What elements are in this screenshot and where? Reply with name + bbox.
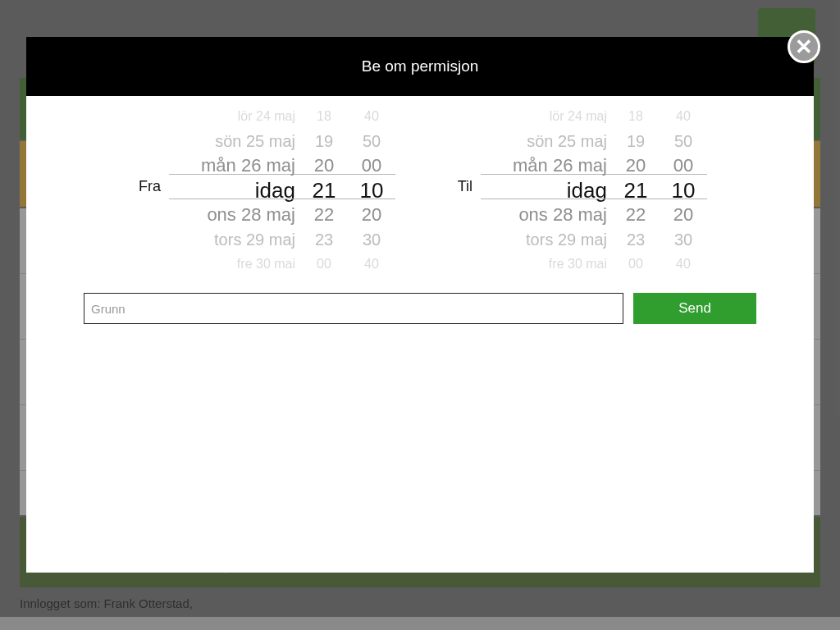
modal-body: Fra lör 24 maj sön 25 maj mån 26 maj ida… xyxy=(26,96,814,573)
date-option[interactable]: tors 29 maj xyxy=(209,227,300,252)
hour-option[interactable]: 22 xyxy=(621,203,651,227)
from-picker: Fra lör 24 maj sön 25 maj mån 26 maj ida… xyxy=(133,104,395,268)
minute-option[interactable]: 00 xyxy=(357,153,386,178)
from-minute-wheel[interactable]: 40 50 00 10 20 30 40 xyxy=(348,104,395,268)
minute-option[interactable]: 50 xyxy=(358,129,386,153)
hour-option-selected[interactable]: 21 xyxy=(308,178,341,203)
to-wheelset[interactable]: lör 24 maj sön 25 maj mån 26 maj idag on… xyxy=(481,104,707,268)
hour-option-selected[interactable]: 21 xyxy=(619,178,653,203)
date-option[interactable]: sön 25 maj xyxy=(522,129,612,153)
minute-option[interactable]: 40 xyxy=(359,104,384,129)
hour-option[interactable]: 18 xyxy=(623,104,648,129)
minute-option[interactable]: 40 xyxy=(359,252,384,268)
hour-option[interactable]: 20 xyxy=(621,153,651,178)
minute-option[interactable]: 40 xyxy=(671,252,696,268)
close-icon: ✕ xyxy=(795,34,813,60)
from-date-wheel[interactable]: lör 24 maj sön 25 maj mån 26 maj idag on… xyxy=(169,104,300,268)
date-option[interactable]: mån 26 maj xyxy=(508,153,612,178)
minute-option-selected[interactable]: 10 xyxy=(355,178,389,203)
date-option[interactable]: sön 25 maj xyxy=(210,129,300,153)
date-option-selected[interactable]: idag xyxy=(562,178,612,203)
hour-option[interactable]: 22 xyxy=(309,203,339,227)
date-option[interactable]: fre 30 maj xyxy=(544,252,612,268)
permission-request-modal: ✕ Be om permisjon Fra lör 24 maj sön 25 … xyxy=(26,37,814,573)
to-minute-wheel[interactable]: 40 50 00 10 20 30 40 xyxy=(660,104,707,268)
reason-row: Send xyxy=(59,293,781,324)
from-label: Fra xyxy=(133,178,161,195)
from-wheelset[interactable]: lör 24 maj sön 25 maj mån 26 maj idag on… xyxy=(169,104,395,268)
to-date-wheel[interactable]: lör 24 maj sön 25 maj mån 26 maj idag on… xyxy=(481,104,612,268)
minute-option[interactable]: 00 xyxy=(669,153,698,178)
send-button[interactable]: Send xyxy=(633,293,756,324)
minute-option[interactable]: 30 xyxy=(669,227,697,252)
to-hour-wheel[interactable]: 18 19 20 21 22 23 00 xyxy=(612,104,660,268)
modal-title: Be om permisjon xyxy=(26,37,814,96)
from-hour-wheel[interactable]: 18 19 20 21 22 23 00 xyxy=(300,104,348,268)
hour-option[interactable]: 19 xyxy=(310,129,338,153)
minute-option[interactable]: 20 xyxy=(669,203,698,227)
close-button[interactable]: ✕ xyxy=(788,30,820,63)
hour-option[interactable]: 23 xyxy=(622,227,650,252)
hour-option[interactable]: 18 xyxy=(312,104,336,129)
date-option[interactable]: lör 24 maj xyxy=(545,104,612,129)
to-label: Til xyxy=(445,178,472,195)
minute-option[interactable]: 40 xyxy=(671,104,696,129)
date-option[interactable]: ons 28 maj xyxy=(514,203,612,227)
datetime-pickers: Fra lör 24 maj sön 25 maj mån 26 maj ida… xyxy=(59,104,781,268)
hour-option[interactable]: 00 xyxy=(312,252,336,268)
hour-option[interactable]: 00 xyxy=(623,252,648,268)
date-option[interactable]: fre 30 maj xyxy=(232,252,300,268)
to-picker: Til lör 24 maj sön 25 maj mån 26 maj ida… xyxy=(445,104,707,268)
minute-option[interactable]: 20 xyxy=(357,203,386,227)
date-option[interactable]: mån 26 maj xyxy=(196,153,300,178)
minute-option[interactable]: 50 xyxy=(669,129,697,153)
hour-option[interactable]: 20 xyxy=(309,153,339,178)
minute-option[interactable]: 30 xyxy=(358,227,386,252)
date-option[interactable]: ons 28 maj xyxy=(202,203,300,227)
hour-option[interactable]: 23 xyxy=(310,227,338,252)
hour-option[interactable]: 19 xyxy=(622,129,650,153)
date-option[interactable]: tors 29 maj xyxy=(521,227,612,252)
date-option-selected[interactable]: idag xyxy=(250,178,300,203)
minute-option-selected[interactable]: 10 xyxy=(667,178,701,203)
date-option[interactable]: lör 24 maj xyxy=(233,104,300,129)
reason-input[interactable] xyxy=(84,293,623,324)
